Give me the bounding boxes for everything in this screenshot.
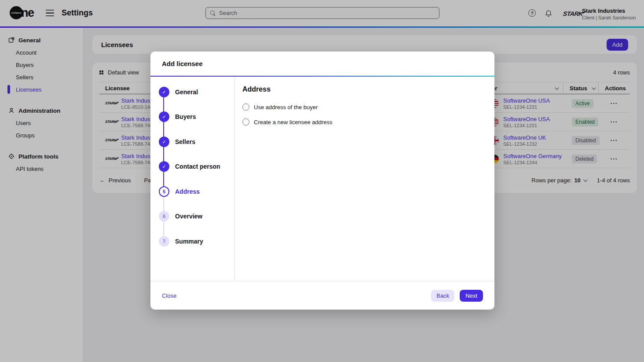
back-button[interactable]: Back (431, 290, 454, 302)
app-root: software ne Settings ? STARK Stark Indus… (0, 0, 644, 362)
step-buyers[interactable]: ✓ Buyers (159, 111, 196, 122)
step-sellers[interactable]: ✓ Sellers (159, 137, 195, 147)
radio-use-buyer-address[interactable]: Use address of the buyer (242, 100, 494, 115)
step-number: 7 (159, 236, 169, 247)
step-label: Contact person (175, 163, 220, 170)
close-button[interactable]: Close (162, 292, 176, 299)
step-general[interactable]: ✓ General (159, 87, 198, 97)
modal-footer: Close Back Next (150, 281, 494, 310)
step-number: 6 (159, 211, 169, 222)
step-label: Sellers (175, 138, 195, 145)
check-icon: ✓ (162, 139, 166, 145)
step-contact-person[interactable]: ✓ Contact person (159, 161, 220, 172)
step-number: 5 (159, 186, 169, 197)
step-address[interactable]: 5 Address (159, 186, 200, 197)
add-licensee-modal: Add licensee ✓ General ✓ Buyers ✓ Seller… (150, 52, 494, 310)
radio-icon[interactable] (242, 103, 249, 111)
check-icon: ✓ (162, 114, 166, 120)
step-label: Summary (175, 238, 203, 245)
check-icon: ✓ (162, 164, 166, 170)
next-button[interactable]: Next (460, 290, 483, 302)
radio-create-new-address[interactable]: Create a new licensee address (242, 115, 494, 129)
step-content-heading: Address (242, 85, 494, 93)
modal-title: Add licensee (162, 60, 203, 67)
step-label: Overview (175, 213, 202, 220)
radio-icon[interactable] (242, 118, 249, 126)
step-overview[interactable]: 6 Overview (159, 211, 202, 222)
step-label: Buyers (175, 113, 196, 120)
radio-label: Create a new licensee address (254, 119, 333, 126)
modal-header: Add licensee (150, 52, 494, 76)
step-summary[interactable]: 7 Summary (159, 236, 203, 247)
wizard-step-content: Address Use address of the buyer Create … (235, 77, 494, 281)
check-icon: ✓ (162, 89, 166, 95)
step-label: General (175, 89, 198, 96)
step-label: Address (175, 188, 200, 195)
wizard-stepper: ✓ General ✓ Buyers ✓ Sellers ✓ Contact p… (150, 77, 235, 281)
radio-label: Use address of the buyer (254, 104, 318, 111)
